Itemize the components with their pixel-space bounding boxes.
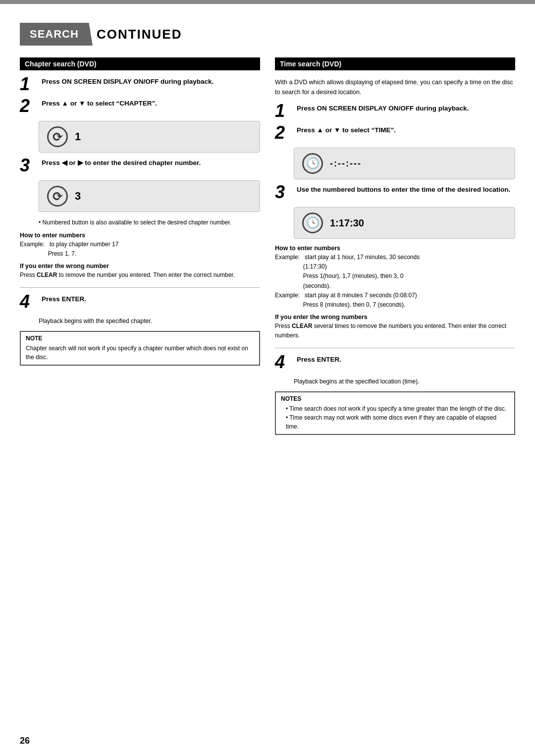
divider-left-1: [20, 287, 260, 288]
display-num-1: 1: [75, 130, 81, 143]
time-step-3-text: Use the numbered buttons to enter the ti…: [297, 185, 515, 195]
chapter-display-1: ⟳ 1: [39, 121, 260, 153]
how-to-header-right: How to enter numbers: [275, 245, 515, 252]
divider-right-1: [275, 348, 515, 348]
wrong-num-header-left: If you enter the wrong number: [20, 263, 260, 270]
notes-label: NOTES: [281, 395, 509, 402]
c-shape-icon: ⟳: [52, 129, 63, 145]
note-label: NOTE: [26, 335, 254, 342]
step-1-text: Press ON SCREEN DISPLAY ON/OFF during pl…: [42, 77, 260, 87]
wrong-num-content-left: Press CLEAR to remove the number you ent…: [20, 270, 260, 280]
time-step-2-text: Press ▲ or ▼ to select “TIME”.: [297, 126, 515, 135]
time-step-number-1: 1: [275, 102, 294, 120]
left-column: Chapter search (DVD) 1 Press ON SCREEN D…: [20, 57, 260, 435]
time-step-number-3: 3: [275, 183, 294, 201]
step4-sub-left: Playback begins with the specified chapt…: [39, 317, 260, 326]
chapter-display-2: ⟳ 3: [39, 180, 260, 212]
time-step-3: 3 Use the numbered buttons to enter the …: [275, 185, 515, 201]
time-display-dashes: 🕓 -:--:---: [294, 148, 515, 179]
display-dashes-text: -:--:---: [330, 159, 362, 169]
how-to-header-left: How to enter numbers: [20, 232, 260, 239]
page-number: 26: [20, 736, 30, 746]
how-to-content-left: Example: to play chapter number 17 Press…: [20, 240, 260, 259]
chapter-icon-1: ⟳: [47, 126, 68, 147]
step-number-4-left: 4: [20, 293, 39, 311]
notes-box: NOTES Time search does not work if you s…: [275, 391, 515, 435]
step-3-text: Press ◀ or ▶ to enter the desired chapte…: [42, 159, 260, 168]
header-tab: SEARCH: [20, 23, 93, 46]
chapter-search-header: Chapter search (DVD): [20, 57, 260, 70]
clock-symbol-2: 🕓: [306, 216, 320, 229]
chapter-icon-2: ⟳: [47, 186, 68, 207]
display-time-text: 1:17:30: [330, 217, 364, 229]
time-step-1: 1 Press ON SCREEN DISPLAY ON/OFF during …: [275, 104, 515, 120]
notes-item-2: Time search may not work with some discs…: [281, 413, 509, 431]
two-col-layout: Chapter search (DVD) 1 Press ON SCREEN D…: [20, 57, 515, 435]
time-step-2: 2 Press ▲ or ▼ to select “TIME”.: [275, 126, 515, 142]
step4-sub-right: Playback begins at the specified locatio…: [294, 377, 515, 386]
c-shape-icon-2: ⟳: [52, 189, 63, 204]
time-step-number-2: 2: [275, 124, 294, 142]
page-header: SEARCH CONTINUED: [20, 23, 515, 46]
how-to-example-left: Example: to play chapter number 17 Press…: [20, 241, 118, 257]
page-container: SEARCH CONTINUED Chapter search (DVD) 1 …: [0, 0, 535, 756]
chapter-step-2: 2 Press ▲ or ▼ to select “CHAPTER”.: [20, 99, 260, 115]
time-search-intro: With a DVD which allows displaying of el…: [275, 77, 515, 97]
wrong-num-content-right: Press CLEAR several times to remove the …: [275, 322, 515, 340]
wrong-num-header-right: If you enter the wrong numbers: [275, 314, 515, 321]
clock-symbol-1: 🕓: [306, 157, 320, 170]
time-display-box: 🕓 1:17:30: [294, 207, 515, 239]
notes-item-1: Time search does not work if you specify…: [281, 404, 509, 413]
note-text: Chapter search will not work if you spec…: [26, 344, 254, 362]
clock-icon-time: 🕓: [302, 213, 323, 233]
step-2-text: Press ▲ or ▼ to select “CHAPTER”.: [42, 99, 260, 108]
clock-icon-dashes: 🕓: [302, 153, 323, 174]
step-4-text-left: Press ENTER.: [42, 295, 260, 304]
step-number-3: 3: [20, 157, 39, 174]
chapter-bullet-note: Numbered button is also available to sel…: [39, 218, 260, 227]
step-number-2: 2: [20, 97, 39, 115]
time-search-header: Time search (DVD): [275, 57, 515, 70]
display-num-2: 3: [75, 190, 81, 203]
time-step-1-text: Press ON SCREEN DISPLAY ON/OFF during pl…: [297, 104, 515, 113]
step-number-1: 1: [20, 75, 39, 93]
right-column: Time search (DVD) With a DVD which allow…: [275, 57, 515, 435]
time-step-4: 4 Press ENTER.: [275, 355, 515, 371]
chapter-step-4: 4 Press ENTER.: [20, 295, 260, 311]
chapter-step-3: 3 Press ◀ or ▶ to enter the desired chap…: [20, 159, 260, 174]
header-title: CONTINUED: [97, 27, 182, 42]
how-to-content-right: Example: start play at 1 hour, 17 minute…: [275, 253, 515, 310]
chapter-step-1: 1 Press ON SCREEN DISPLAY ON/OFF during …: [20, 77, 260, 93]
top-bar: [0, 0, 535, 4]
step-4-text-right: Press ENTER.: [297, 355, 515, 365]
note-box: NOTE Chapter search will not work if you…: [20, 331, 260, 366]
step-number-4-right: 4: [275, 353, 294, 371]
